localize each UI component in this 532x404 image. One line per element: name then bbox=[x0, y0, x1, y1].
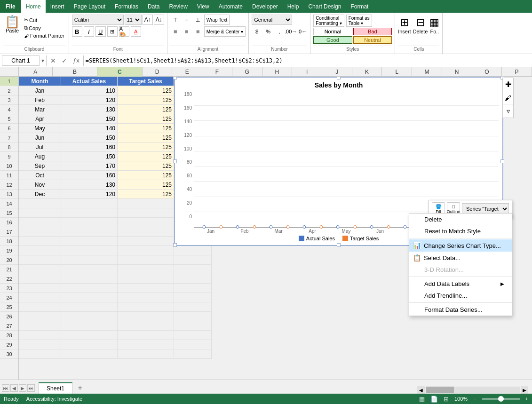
row-23[interactable]: 23 bbox=[0, 284, 18, 293]
cell-b8[interactable]: 160 bbox=[61, 143, 118, 152]
cell-b13[interactable]: 120 bbox=[61, 190, 118, 199]
cell-c10[interactable]: 125 bbox=[118, 161, 174, 171]
cell-a4[interactable]: Mar bbox=[19, 105, 61, 114]
cell-e21[interactable] bbox=[212, 265, 212, 274]
cell-b3[interactable]: 120 bbox=[61, 95, 118, 105]
cell-c8[interactable]: 125 bbox=[118, 143, 174, 152]
cell-c11[interactable]: 125 bbox=[118, 171, 174, 180]
cell-a1[interactable]: Month bbox=[19, 77, 61, 86]
cell-a10[interactable]: Sep bbox=[19, 161, 61, 171]
cell-b5[interactable]: 150 bbox=[61, 114, 118, 124]
col-header-o[interactable]: O bbox=[472, 67, 502, 77]
tab-last-button[interactable]: ⏭ bbox=[27, 384, 35, 392]
add-sheet-button[interactable]: + bbox=[73, 382, 87, 394]
cell-d30[interactable] bbox=[174, 349, 212, 359]
cell-a12[interactable]: Nov bbox=[19, 180, 61, 190]
cell-b14[interactable] bbox=[61, 199, 118, 208]
cell-e20[interactable] bbox=[212, 255, 212, 265]
cell-a3[interactable]: Feb bbox=[19, 95, 61, 105]
cell-c16[interactable] bbox=[118, 218, 174, 227]
cell-b23[interactable] bbox=[61, 284, 118, 293]
cell-d21[interactable] bbox=[174, 265, 212, 274]
cell-c1[interactable]: Target Sales bbox=[118, 77, 174, 86]
align-center-button[interactable]: ≡ bbox=[182, 26, 192, 37]
cell-b9[interactable]: 150 bbox=[61, 152, 118, 161]
context-menu-select-data[interactable]: 📋 Select Data... bbox=[409, 252, 512, 264]
align-middle-button[interactable]: ≡ bbox=[182, 15, 192, 25]
cell-a28[interactable] bbox=[19, 331, 61, 340]
cell-b26[interactable] bbox=[61, 312, 118, 321]
cell-a18[interactable] bbox=[19, 237, 61, 246]
tab-insert[interactable]: Insert bbox=[46, 0, 69, 13]
row-21[interactable]: 21 bbox=[0, 265, 18, 274]
row-8[interactable]: 8 bbox=[0, 143, 18, 152]
col-header-m[interactable]: M bbox=[412, 67, 442, 77]
cell-d19[interactable] bbox=[174, 246, 212, 255]
row-25[interactable]: 25 bbox=[0, 302, 18, 312]
cell-c7[interactable]: 125 bbox=[118, 133, 174, 143]
cell-b12[interactable]: 130 bbox=[61, 180, 118, 190]
col-header-e[interactable]: E bbox=[172, 67, 202, 77]
cell-c22[interactable] bbox=[118, 274, 174, 284]
col-header-l[interactable]: L bbox=[382, 67, 412, 77]
cell-d28[interactable] bbox=[174, 331, 212, 340]
cell-a25[interactable] bbox=[19, 302, 61, 312]
align-right-button[interactable]: ≡ bbox=[193, 26, 203, 37]
cell-c13[interactable]: 125 bbox=[118, 190, 174, 199]
increase-font-button[interactable]: A↑ bbox=[143, 15, 153, 25]
chart-handle-ml[interactable] bbox=[173, 159, 177, 163]
row-22[interactable]: 22 bbox=[0, 274, 18, 284]
row-11[interactable]: 11 bbox=[0, 171, 18, 180]
cell-c29[interactable] bbox=[118, 340, 174, 349]
row-3[interactable]: 3 bbox=[0, 95, 18, 105]
confirm-formula-icon[interactable]: ✓ bbox=[60, 57, 69, 64]
tab-developer[interactable]: Developer bbox=[247, 0, 283, 13]
cell-c6[interactable]: 125 bbox=[118, 124, 174, 133]
cell-e29[interactable] bbox=[212, 340, 212, 349]
zoom-slider[interactable] bbox=[482, 398, 520, 400]
cell-b24[interactable] bbox=[61, 293, 118, 302]
file-tab[interactable]: File bbox=[0, 0, 21, 13]
row-26[interactable]: 26 bbox=[0, 312, 18, 321]
cell-c18[interactable] bbox=[118, 237, 174, 246]
name-box[interactable] bbox=[2, 55, 40, 66]
cell-b15[interactable] bbox=[61, 208, 118, 218]
chart-handle-tl[interactable] bbox=[173, 77, 177, 79]
cell-d20[interactable] bbox=[174, 255, 212, 265]
row-18[interactable]: 18 bbox=[0, 237, 18, 246]
cell-a6[interactable]: May bbox=[19, 124, 61, 133]
row-24[interactable]: 24 bbox=[0, 293, 18, 302]
cell-a11[interactable]: Oct bbox=[19, 171, 61, 180]
cell-b29[interactable] bbox=[61, 340, 118, 349]
cell-d22[interactable] bbox=[174, 274, 212, 284]
insert-button[interactable]: ⊞ Insert bbox=[398, 16, 411, 34]
cell-a24[interactable] bbox=[19, 293, 61, 302]
horizontal-scrollbar-thumb[interactable] bbox=[426, 387, 454, 393]
conditional-formatting-button[interactable]: ConditionalFormatting ▾ bbox=[313, 15, 344, 27]
cell-c23[interactable] bbox=[118, 284, 174, 293]
row-7[interactable]: 7 bbox=[0, 133, 18, 143]
row-10[interactable]: 10 bbox=[0, 161, 18, 171]
row-20[interactable]: 20 bbox=[0, 255, 18, 265]
tab-page-layout[interactable]: Page Layout bbox=[69, 0, 110, 13]
col-header-g[interactable]: G bbox=[232, 67, 262, 77]
row-6[interactable]: 6 bbox=[0, 124, 18, 133]
cell-c24[interactable] bbox=[118, 293, 174, 302]
cell-a13[interactable]: Dec bbox=[19, 190, 61, 199]
format-painter-button[interactable]: 🖌 Format Painter bbox=[23, 32, 66, 39]
row-2[interactable]: 2 bbox=[0, 86, 18, 95]
row-19[interactable]: 19 bbox=[0, 246, 18, 255]
row-4[interactable]: 4 bbox=[0, 105, 18, 114]
cell-a20[interactable] bbox=[19, 255, 61, 265]
number-format-select[interactable]: General bbox=[252, 15, 292, 25]
cell-b1[interactable]: Actual Sales bbox=[61, 77, 118, 86]
cell-a14[interactable] bbox=[19, 199, 61, 208]
cell-d25[interactable] bbox=[174, 302, 212, 312]
row-9[interactable]: 9 bbox=[0, 152, 18, 161]
tab-home[interactable]: Home bbox=[21, 0, 46, 13]
cell-a30[interactable] bbox=[19, 349, 61, 359]
chart-handle-bm[interactable] bbox=[337, 243, 341, 247]
cell-a9[interactable]: Aug bbox=[19, 152, 61, 161]
context-menu-add-trendline[interactable]: Add Trendline... bbox=[409, 290, 512, 301]
cell-c17[interactable] bbox=[118, 227, 174, 237]
